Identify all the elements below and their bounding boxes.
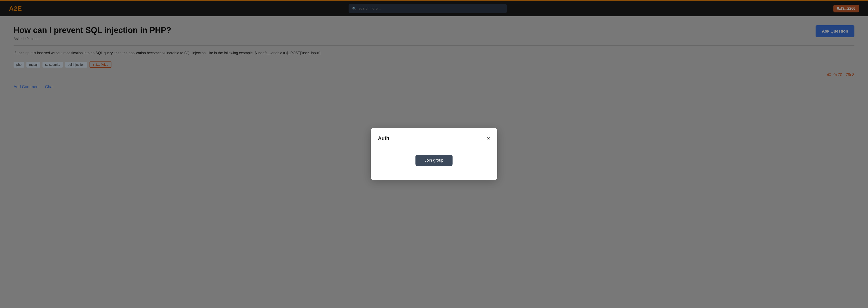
modal-header: Auth × bbox=[378, 135, 490, 141]
auth-modal: Auth × Join group bbox=[371, 128, 497, 180]
join-group-button[interactable]: Join group bbox=[415, 155, 453, 166]
modal-body: Join group bbox=[378, 150, 490, 173]
modal-overlay[interactable]: Auth × Join group bbox=[0, 0, 868, 308]
modal-close-button[interactable]: × bbox=[487, 135, 490, 141]
modal-title: Auth bbox=[378, 135, 389, 141]
